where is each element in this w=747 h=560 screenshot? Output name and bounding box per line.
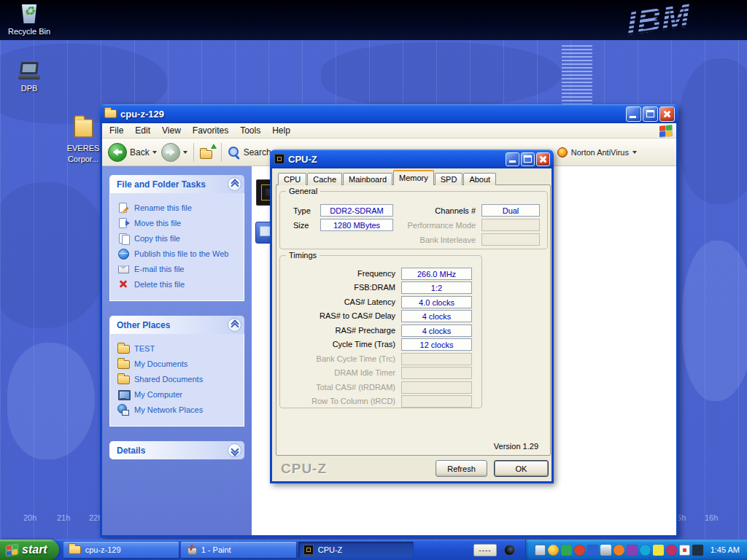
system-tray: 1:45 AM bbox=[525, 540, 747, 560]
search-label: Search bbox=[244, 147, 271, 158]
folder-icon bbox=[200, 150, 212, 159]
start-button[interactable]: start bbox=[0, 540, 59, 560]
timing-row: Row To Column (tRCD) bbox=[280, 395, 479, 408]
sidebar-item-test[interactable]: TEST bbox=[117, 343, 241, 354]
task-email-this-file[interactable]: E-mail this file bbox=[117, 263, 241, 275]
refresh-button[interactable]: Refresh bbox=[436, 460, 487, 477]
timing-value-field: 12 clocks bbox=[401, 338, 472, 351]
tray-icon[interactable] bbox=[574, 545, 585, 556]
tray-icon[interactable] bbox=[679, 545, 690, 556]
taskbar: start cpu-z-129 1 - Paint CPU-Z ---- bbox=[0, 540, 747, 560]
size-label: Size bbox=[293, 221, 309, 230]
task-publish-this-file[interactable]: Publish this file to the Web bbox=[117, 248, 241, 260]
desktop-icon-label: Recycle Bin bbox=[8, 27, 50, 36]
menu-file[interactable]: File bbox=[104, 124, 129, 137]
tab-about[interactable]: About bbox=[463, 173, 496, 185]
explorer-titlebar[interactable]: cpu-z-129 bbox=[100, 104, 678, 123]
menu-favorites[interactable]: Favorites bbox=[187, 124, 234, 137]
menu-help[interactable]: Help bbox=[266, 124, 296, 137]
taskbar-toolbar-button[interactable]: ---- bbox=[473, 544, 496, 556]
tab-memory[interactable]: Memory bbox=[393, 170, 434, 185]
place-label: My Computer bbox=[134, 390, 182, 399]
forward-button[interactable] bbox=[161, 143, 187, 162]
close-button[interactable] bbox=[659, 106, 675, 122]
taskbar-task-cpuz[interactable]: CPU-Z bbox=[298, 542, 414, 558]
panel-header[interactable]: File and Folder Tasks bbox=[109, 175, 244, 193]
panel-header[interactable]: Details bbox=[109, 441, 244, 459]
menu-tools[interactable]: Tools bbox=[234, 124, 266, 137]
other-places-panel: Other Places TEST My Documents bbox=[109, 316, 244, 427]
back-button[interactable]: Back bbox=[108, 143, 157, 162]
desktop-icon-dpb[interactable]: DPB bbox=[3, 61, 55, 93]
chevron-down-icon bbox=[152, 151, 157, 154]
crescent-icon[interactable] bbox=[504, 545, 515, 556]
timezone-label: 16h bbox=[705, 513, 718, 522]
timing-row: RAS# to CAS# Delay 4 clocks bbox=[280, 310, 479, 322]
paint-icon bbox=[186, 545, 197, 556]
task-delete-this-file[interactable]: Delete this file bbox=[117, 279, 241, 290]
sidebar-item-my-computer[interactable]: My Computer bbox=[117, 389, 241, 400]
sidebar-item-shared-documents[interactable]: Shared Documents bbox=[117, 373, 241, 385]
panel-header[interactable]: Other Places bbox=[109, 316, 244, 334]
taskbar-tasks: cpu-z-129 1 - Paint CPU-Z bbox=[63, 542, 414, 558]
taskbar-task-paint[interactable]: 1 - Paint bbox=[181, 542, 296, 558]
close-button[interactable] bbox=[536, 152, 550, 166]
collapse-chevron-button[interactable] bbox=[228, 177, 241, 191]
tray-icon[interactable] bbox=[692, 545, 703, 556]
tab-strip: CPU Cache Mainboard Memory SPD About bbox=[278, 170, 497, 185]
taskbar-clock[interactable]: 1:45 AM bbox=[711, 545, 740, 554]
search-button[interactable]: Search bbox=[228, 146, 271, 159]
taskbar-task-cpu-z-129[interactable]: cpu-z-129 bbox=[63, 542, 179, 558]
tab-mainboard[interactable]: Mainboard bbox=[343, 173, 392, 185]
caption-buttons bbox=[626, 106, 675, 122]
tab-cache[interactable]: Cache bbox=[307, 173, 342, 185]
expand-chevron-button[interactable] bbox=[228, 443, 241, 457]
cpu-chip-icon bbox=[303, 545, 314, 555]
minimize-button[interactable] bbox=[626, 106, 641, 122]
network-places-icon bbox=[117, 404, 129, 416]
minimize-button[interactable] bbox=[506, 152, 519, 166]
explorer-window-title: cpu-z-129 bbox=[120, 109, 622, 120]
desktop-icon-recycle-bin[interactable]: Recycle Bin bbox=[3, 1, 55, 36]
windows-logo-icon bbox=[659, 125, 672, 137]
folder-icon bbox=[117, 376, 130, 384]
tab-spd[interactable]: SPD bbox=[435, 173, 463, 185]
up-one-level-button[interactable] bbox=[200, 146, 215, 159]
maximize-button[interactable] bbox=[521, 152, 535, 166]
timezone-label: 21h bbox=[57, 513, 70, 522]
tab-cpu[interactable]: CPU bbox=[278, 173, 306, 185]
task-copy-this-file[interactable]: Copy this file bbox=[117, 233, 241, 244]
folder-icon bbox=[104, 109, 117, 118]
tray-icon[interactable] bbox=[535, 545, 546, 556]
timing-row: RAS# Precharge 4 clocks bbox=[280, 324, 479, 337]
tray-icon[interactable] bbox=[640, 545, 651, 556]
tray-icon[interactable] bbox=[614, 545, 624, 556]
minimize-icon bbox=[630, 116, 636, 118]
tray-icon[interactable] bbox=[666, 545, 677, 556]
laptop-screen bbox=[20, 62, 39, 74]
tray-icon[interactable] bbox=[561, 545, 572, 556]
norton-antivirus-button[interactable]: Norton AntiVirus bbox=[557, 147, 637, 158]
timing-label: Total CAS# (tRDRAM) bbox=[280, 383, 395, 392]
sidebar-item-my-documents[interactable]: My Documents bbox=[117, 358, 241, 370]
ok-button[interactable]: OK bbox=[494, 460, 549, 477]
publish-web-icon bbox=[117, 248, 129, 260]
file-and-folder-tasks-panel: File and Folder Tasks Rename this file M… bbox=[109, 175, 244, 301]
folder-icon bbox=[117, 343, 129, 354]
sidebar-item-my-network-places[interactable]: My Network Places bbox=[117, 404, 241, 416]
tray-icon[interactable] bbox=[587, 545, 598, 556]
collapse-chevron-button[interactable] bbox=[228, 318, 241, 332]
maximize-button[interactable] bbox=[643, 106, 658, 122]
tray-icon[interactable] bbox=[548, 545, 559, 556]
cpuz-body: CPU Cache Mainboard Memory SPD About Gen… bbox=[270, 168, 554, 483]
task-move-this-file[interactable]: Move this file bbox=[117, 217, 241, 229]
tray-icon[interactable] bbox=[600, 545, 611, 556]
cpuz-titlebar[interactable]: CPU-Z bbox=[270, 149, 554, 168]
menu-edit[interactable]: Edit bbox=[129, 124, 156, 137]
tray-icon[interactable] bbox=[627, 545, 638, 556]
menu-bar: File Edit View Favorites Tools Help bbox=[102, 123, 676, 139]
task-rename-this-file[interactable]: Rename this file bbox=[117, 202, 241, 214]
tray-icon[interactable] bbox=[653, 545, 664, 556]
timing-row: Cycle Time (Tras) 12 clocks bbox=[280, 338, 479, 351]
menu-view[interactable]: View bbox=[156, 124, 187, 137]
